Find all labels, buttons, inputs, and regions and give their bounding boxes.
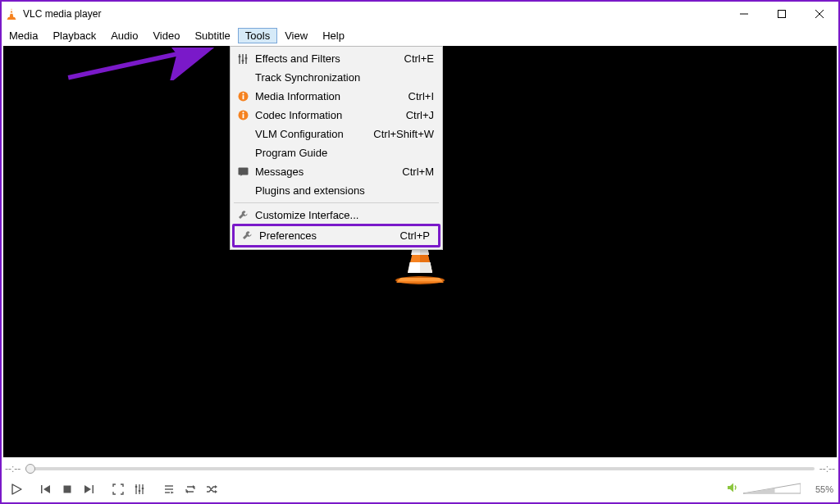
menu-item-shortcut: Ctrl+I — [409, 90, 434, 102]
menu-tools[interactable]: Tools — [238, 28, 277, 43]
next-button[interactable] — [79, 479, 98, 499]
volume-slider[interactable] — [743, 482, 801, 497]
wrench-icon — [238, 230, 256, 241]
svg-marker-35 — [43, 485, 50, 493]
svg-marker-18 — [420, 262, 432, 273]
svg-rect-27 — [242, 95, 244, 99]
stop-button[interactable] — [57, 479, 77, 499]
svg-rect-36 — [64, 486, 71, 493]
menu-video[interactable]: Video — [145, 28, 187, 43]
menu-item-customize[interactable]: Customize Interface... — [231, 206, 442, 225]
svg-point-28 — [242, 93, 244, 94]
sliders-icon — [234, 53, 252, 65]
menu-playback[interactable]: Playback — [45, 28, 103, 43]
window-controls — [725, 2, 838, 26]
menu-item-vlm[interactable]: VLM Configuration Ctrl+Shift+W — [231, 125, 442, 143]
annotation-highlight-box: Preferences Ctrl+P — [232, 224, 441, 247]
wrench-icon — [234, 210, 252, 220]
titlebar: VLC media player — [2, 2, 838, 26]
menu-item-preferences[interactable]: Preferences Ctrl+P — [235, 226, 438, 245]
close-button[interactable] — [801, 2, 838, 26]
svg-rect-38 — [93, 485, 94, 493]
svg-rect-2 — [10, 12, 13, 13]
menu-item-shortcut: Ctrl+Shift+W — [373, 128, 434, 140]
menu-item-label: Effects and Filters — [252, 52, 404, 65]
menu-item-label: Track Synchronization — [252, 71, 434, 84]
svg-marker-51 — [215, 485, 217, 488]
svg-rect-24 — [242, 60, 244, 61]
svg-rect-44 — [142, 488, 144, 489]
svg-rect-30 — [242, 114, 244, 118]
svg-rect-25 — [245, 57, 248, 59]
menu-item-label: Program Guide — [252, 147, 434, 159]
menu-audio[interactable]: Audio — [103, 28, 145, 43]
menu-item-messages[interactable]: Messages Ctrl+M — [231, 162, 442, 181]
svg-marker-3 — [7, 17, 16, 20]
maximize-button[interactable] — [763, 2, 801, 26]
playlist-button[interactable] — [159, 479, 179, 499]
extended-settings-button[interactable] — [130, 479, 149, 499]
window-title: VLC media player — [23, 8, 101, 20]
menu-item-shortcut: Ctrl+E — [404, 52, 434, 65]
shuffle-button[interactable] — [202, 479, 221, 499]
svg-point-31 — [242, 111, 244, 113]
menu-subtitle[interactable]: Subtitle — [187, 28, 237, 43]
svg-marker-33 — [12, 484, 21, 494]
info-icon — [234, 91, 252, 102]
seek-slider[interactable] — [25, 463, 814, 474]
seek-knob[interactable] — [25, 464, 35, 474]
menubar: Media Playback Audio Video Subtitle Tool… — [2, 26, 838, 44]
volume-area: 55% — [727, 482, 833, 497]
menu-help[interactable]: Help — [315, 28, 352, 43]
info-icon — [234, 110, 252, 120]
svg-rect-43 — [139, 490, 140, 492]
time-total: --:-- — [819, 463, 835, 474]
speaker-icon[interactable] — [727, 482, 738, 497]
menu-item-label: Preferences — [256, 229, 400, 242]
menu-item-label: Media Information — [252, 90, 409, 102]
messages-icon — [234, 167, 252, 176]
svg-rect-1 — [11, 10, 13, 11]
loop-button[interactable] — [180, 479, 200, 499]
menu-item-shortcut: Ctrl+M — [402, 166, 434, 178]
fullscreen-button[interactable] — [108, 479, 128, 499]
svg-rect-42 — [135, 486, 137, 488]
seek-track — [25, 467, 814, 470]
menu-item-programguide[interactable]: Program Guide — [231, 143, 442, 162]
controlbar: 55% — [3, 478, 837, 501]
menu-item-codecinfo[interactable]: Codec Information Ctrl+J — [231, 106, 442, 125]
menu-item-label: Codec Information — [252, 109, 406, 121]
minimize-button[interactable] — [725, 2, 763, 26]
menu-item-label: Customize Interface... — [252, 209, 434, 221]
menu-item-mediainfo[interactable]: Media Information Ctrl+I — [231, 87, 442, 106]
menu-view[interactable]: View — [277, 28, 315, 43]
tools-dropdown: Effects and Filters Ctrl+E Track Synchro… — [230, 46, 443, 250]
svg-marker-55 — [743, 488, 775, 493]
play-button[interactable] — [7, 479, 26, 499]
svg-marker-10 — [397, 278, 443, 281]
volume-percent: 55% — [806, 484, 833, 494]
previous-button[interactable] — [36, 479, 56, 499]
menu-item-tracksync[interactable]: Track Synchronization — [231, 68, 442, 87]
menu-item-label: Plugins and extensions — [252, 184, 434, 197]
svg-marker-53 — [728, 484, 733, 493]
vlc-cone-icon — [5, 7, 18, 20]
svg-rect-32 — [238, 168, 248, 175]
menu-item-shortcut: Ctrl+P — [400, 229, 430, 242]
svg-rect-23 — [239, 56, 241, 57]
menu-media[interactable]: Media — [2, 28, 45, 43]
svg-marker-48 — [171, 492, 175, 494]
seekbar-row: --:-- --:-- — [5, 460, 835, 478]
svg-marker-52 — [215, 490, 217, 493]
menu-item-shortcut: Ctrl+J — [406, 109, 434, 121]
svg-marker-37 — [84, 485, 91, 493]
time-elapsed: --:-- — [5, 463, 21, 474]
svg-rect-5 — [778, 11, 786, 18]
menu-item-effects[interactable]: Effects and Filters Ctrl+E — [231, 49, 442, 68]
menu-separator — [234, 202, 439, 203]
menu-item-label: VLM Configuration — [252, 128, 373, 140]
menu-item-plugins[interactable]: Plugins and extensions — [231, 181, 442, 200]
svg-rect-34 — [41, 485, 43, 493]
menu-item-label: Messages — [252, 166, 402, 178]
